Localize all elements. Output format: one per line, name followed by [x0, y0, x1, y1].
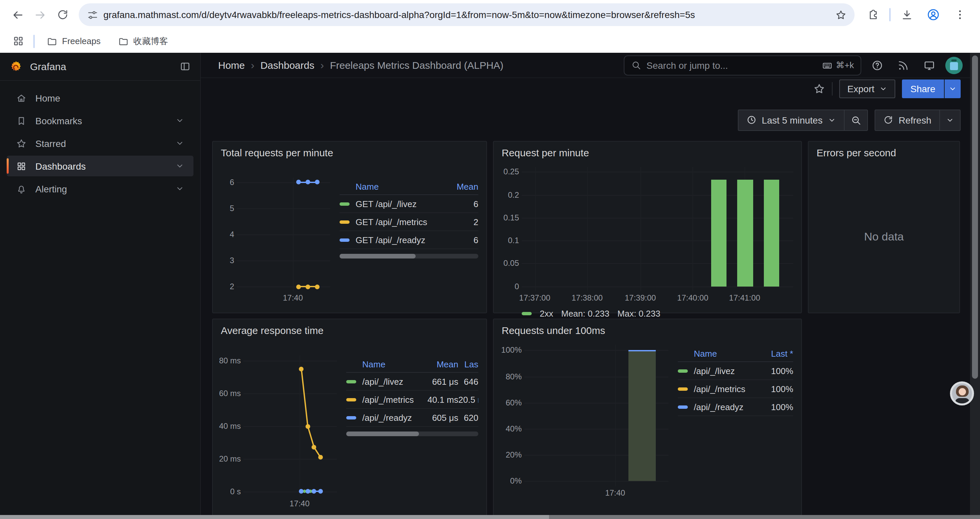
- grafana-logo: [10, 60, 23, 73]
- rss-icon: [897, 59, 909, 71]
- series-label[interactable]: /api/_/metrics: [362, 394, 421, 404]
- series-color-dash[interactable]: [346, 416, 356, 419]
- panel-title[interactable]: Average response time: [221, 325, 478, 338]
- legend-header-name[interactable]: Name: [346, 359, 421, 369]
- bookmark-label: Freeleaps: [62, 36, 101, 46]
- site-settings-icon[interactable]: [87, 9, 98, 21]
- horizontal-scrollbar[interactable]: [0, 515, 980, 519]
- series-label[interactable]: 2xx: [540, 308, 553, 319]
- series-color-dash[interactable]: [346, 398, 356, 401]
- time-range-picker[interactable]: Last 5 minutes: [738, 110, 844, 130]
- downloads-button[interactable]: [896, 4, 917, 26]
- scrollbar-thumb[interactable]: [0, 515, 549, 519]
- url-input[interactable]: [103, 10, 830, 20]
- forward-button[interactable]: [29, 4, 51, 26]
- series-last-value: 100%: [762, 384, 793, 394]
- legend-header-last[interactable]: Las: [458, 359, 478, 369]
- breadcrumb-dashboards[interactable]: Dashboards: [261, 59, 315, 71]
- bar-chart-plot[interactable]: [522, 167, 793, 291]
- breadcrumb-separator: ›: [251, 59, 255, 71]
- chevron-down-icon[interactable]: [175, 139, 184, 148]
- chevron-down-icon[interactable]: [175, 116, 184, 125]
- panel-title[interactable]: Requests under 100ms: [502, 325, 793, 338]
- extensions-button[interactable]: [862, 4, 884, 26]
- refresh-button[interactable]: Refresh: [875, 110, 939, 130]
- search-box[interactable]: ⌘+k: [624, 55, 861, 75]
- panel-title[interactable]: Total requests per minute: [221, 147, 478, 160]
- panel-title[interactable]: Errors per second: [816, 147, 951, 160]
- sidebar-item-bookmarks[interactable]: Bookmarks: [7, 110, 194, 131]
- profile-button[interactable]: [923, 4, 944, 26]
- series-label[interactable]: GET /api/_/livez: [356, 199, 452, 209]
- menu-button[interactable]: [949, 4, 970, 26]
- sidebar-item-alerting[interactable]: Alerting: [7, 178, 194, 199]
- news-button[interactable]: [893, 55, 913, 75]
- series-last-value: 100%: [762, 366, 793, 376]
- share-menu-button[interactable]: [944, 80, 961, 99]
- legend-row: /api/_/readyz 100%: [678, 398, 793, 416]
- address-bar[interactable]: [79, 3, 854, 26]
- series-color-dash[interactable]: [340, 202, 350, 205]
- chevron-down-icon[interactable]: [175, 162, 184, 170]
- bookmark-folder-freeleaps[interactable]: Freeleaps: [41, 34, 106, 48]
- bookmark-folder-blogs[interactable]: 收藏博客: [113, 33, 173, 49]
- series-label[interactable]: /api/_/livez: [694, 366, 762, 376]
- search-input[interactable]: [646, 60, 816, 70]
- display-button[interactable]: [919, 55, 939, 75]
- help-button[interactable]: [867, 55, 887, 75]
- panel-title[interactable]: Request per minute: [502, 147, 793, 160]
- series-color-dash[interactable]: [678, 405, 688, 409]
- search-icon: [631, 60, 641, 70]
- x-axis: 17:37:00 17:38:00 17:39:00 17:40:00 17:4…: [522, 291, 793, 303]
- series-label[interactable]: /api/_/readyz: [694, 402, 762, 412]
- legend-header-last[interactable]: Last *: [762, 349, 793, 359]
- x-axis: 17:40: [243, 497, 337, 509]
- legend-horizontal-scrollbar[interactable]: [346, 431, 478, 436]
- share-button[interactable]: Share: [902, 80, 944, 99]
- sidebar-item-label: Starred: [35, 138, 66, 149]
- legend-header-mean[interactable]: Mean: [421, 359, 458, 369]
- bookmark-star-icon[interactable]: [835, 9, 846, 21]
- series-color-dash[interactable]: [678, 387, 688, 390]
- sidebar-item-dashboards[interactable]: Dashboards: [7, 156, 194, 176]
- timeseries-plot[interactable]: [243, 355, 337, 497]
- zoom-out-time-button[interactable]: [845, 110, 867, 130]
- floating-assistant-avatar[interactable]: [950, 382, 974, 406]
- legend-header-name[interactable]: Name: [340, 182, 452, 192]
- legend-header-name[interactable]: Name: [678, 349, 762, 359]
- user-avatar[interactable]: [945, 56, 963, 74]
- vertical-scrollbar[interactable]: [970, 53, 980, 515]
- legend-horizontal-scrollbar[interactable]: [340, 254, 478, 259]
- legend-header-mean[interactable]: Mean: [452, 182, 478, 192]
- chevron-down-icon[interactable]: [175, 184, 184, 193]
- series-color-dash[interactable]: [340, 220, 350, 224]
- dashboard-actions-row: Export Share: [201, 78, 980, 100]
- sidebar-collapse-button[interactable]: [180, 61, 191, 72]
- scrollbar-thumb[interactable]: [340, 254, 416, 259]
- bookmark-label: 收藏博客: [134, 35, 168, 47]
- series-color-dash[interactable]: [522, 312, 532, 315]
- series-label[interactable]: /api/_/metrics: [694, 384, 762, 394]
- back-button[interactable]: [7, 4, 28, 26]
- series-label[interactable]: GET /api/_/readyz: [356, 235, 452, 245]
- series-label[interactable]: GET /api/_/metrics: [356, 217, 452, 227]
- series-color-dash[interactable]: [678, 369, 688, 372]
- favorite-dashboard-button[interactable]: [813, 83, 825, 95]
- series-label[interactable]: /api/_/livez: [362, 376, 421, 386]
- scrollbar-thumb[interactable]: [346, 431, 419, 436]
- series-color-dash[interactable]: [340, 238, 350, 241]
- reload-button[interactable]: [52, 4, 73, 26]
- series-color-dash[interactable]: [346, 380, 356, 383]
- search-shortcut: ⌘+k: [822, 60, 854, 70]
- timeseries-plot[interactable]: [237, 178, 330, 291]
- breadcrumb-home[interactable]: Home: [218, 59, 245, 71]
- sidebar-item-home[interactable]: Home: [7, 88, 194, 108]
- series-label[interactable]: /api/_/readyz: [362, 412, 421, 423]
- scrollbar-thumb[interactable]: [972, 56, 978, 379]
- sidebar-item-starred[interactable]: Starred: [7, 133, 194, 153]
- area-chart-plot[interactable]: [524, 345, 668, 486]
- refresh-interval-button[interactable]: [940, 110, 960, 130]
- apps-button[interactable]: [10, 32, 27, 50]
- export-button[interactable]: Export: [839, 80, 895, 99]
- legend-inline: 2xx Mean: 0.233 Max: 0.233: [522, 308, 793, 319]
